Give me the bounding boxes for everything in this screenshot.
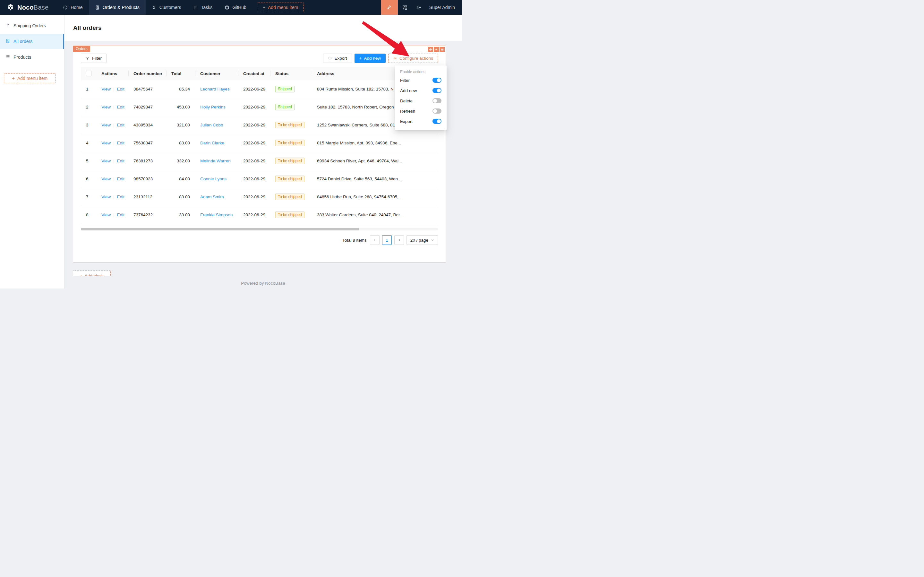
row-actions-cell: View|Edit xyxy=(96,134,128,152)
prev-page-button[interactable] xyxy=(370,235,380,245)
block-designer-toolbar: + xyxy=(428,47,445,52)
total-cell: 83.00 xyxy=(166,134,195,152)
link-divider: | xyxy=(113,213,114,217)
nav-item-home[interactable]: Home xyxy=(57,0,89,15)
toggle-delete[interactable] xyxy=(433,98,441,103)
filter-button[interactable]: Filter xyxy=(81,53,106,63)
status-badge: To be shipped xyxy=(275,211,304,218)
table-header-row: ActionsOrder numberTotalCustomerCreated … xyxy=(81,67,439,80)
export-button[interactable]: Export xyxy=(323,53,352,63)
edit-link[interactable]: Edit xyxy=(117,122,124,127)
customer-link[interactable]: Holly Perkins xyxy=(200,105,225,110)
total-cell: 85.34 xyxy=(166,80,195,98)
address-cell: 84856 Hirthe Run, Suite 268, 94754-6705,… xyxy=(312,188,439,206)
sidebar-menu: Shipping OrdersAll ordersProducts xyxy=(0,19,64,64)
edit-link[interactable]: Edit xyxy=(117,195,124,199)
configure-actions-button[interactable]: Configure actions xyxy=(388,53,438,63)
brand-part1: Noco xyxy=(17,4,34,11)
plugin-blocks-button[interactable] xyxy=(398,0,412,15)
toggle-filter[interactable] xyxy=(433,78,441,83)
enable-action-row-refresh: Refresh xyxy=(400,106,441,116)
sidebar-item-all-orders[interactable]: All orders xyxy=(0,34,64,49)
toggle-add-new[interactable] xyxy=(433,88,441,93)
add-block-button[interactable]: + Add block xyxy=(73,271,111,276)
add-block-clipped: + Add block xyxy=(73,271,111,276)
table-row: 6View|Edit9857092384.00Connie Lyons2022-… xyxy=(81,170,439,188)
customer-link[interactable]: Leonard Hayes xyxy=(200,87,230,92)
edit-link[interactable]: Edit xyxy=(117,177,124,181)
block-collection-tag: Orders xyxy=(73,46,90,52)
plus-icon: + xyxy=(263,5,265,10)
nav-item-customers[interactable]: Customers xyxy=(146,0,187,15)
row-actions-cell: View|Edit xyxy=(96,116,128,134)
drag-icon[interactable] xyxy=(428,47,433,52)
add-new-button[interactable]: + Add new xyxy=(354,53,386,63)
link-divider: | xyxy=(113,158,114,163)
next-page-button[interactable] xyxy=(394,235,404,245)
sidebar-item-shipping-orders[interactable]: Shipping Orders xyxy=(0,19,64,32)
row-actions-cell: View|Edit xyxy=(96,152,128,170)
status-badge: Shipped xyxy=(275,86,295,92)
sidebar-add-menu-item-button[interactable]: + Add menu item xyxy=(4,73,56,83)
settings-button[interactable] xyxy=(412,0,426,15)
customer-link[interactable]: Frankie Simpson xyxy=(200,213,233,217)
status-badge: To be shipped xyxy=(275,140,304,146)
nav-item-github[interactable]: GitHub xyxy=(219,0,253,15)
edit-link[interactable]: Edit xyxy=(117,158,124,163)
status-cell: To be shipped xyxy=(270,170,312,188)
sidebar-item-label: All orders xyxy=(13,39,32,44)
menu-icon[interactable] xyxy=(439,47,445,52)
row-index-cell: 8 xyxy=(81,206,96,224)
enable-action-row-delete: Delete xyxy=(400,96,441,106)
view-link[interactable]: View xyxy=(101,158,111,163)
user-menu[interactable]: Super Admin xyxy=(426,5,462,10)
enable-action-label: Filter xyxy=(400,78,410,83)
gear-icon xyxy=(416,5,422,10)
nocobase-logo[interactable]: NocoBase xyxy=(0,3,57,11)
page-number-button[interactable]: 1 xyxy=(382,235,392,245)
column-header-status: Status xyxy=(270,67,312,80)
row-actions-cell: View|Edit xyxy=(96,188,128,206)
ui-editor-button[interactable] xyxy=(381,0,398,15)
toggle-refresh[interactable] xyxy=(433,108,441,114)
row-index-cell: 3 xyxy=(81,116,96,134)
edit-link[interactable]: Edit xyxy=(117,213,124,217)
row-actions-cell: View|Edit xyxy=(96,80,128,98)
plus-icon[interactable]: + xyxy=(434,47,439,52)
scrollbar-thumb[interactable] xyxy=(81,228,359,230)
edit-link[interactable]: Edit xyxy=(117,140,124,145)
select-all-checkbox[interactable] xyxy=(86,71,92,76)
nav-add-menu-item-button[interactable]: + Add menu item xyxy=(257,3,304,12)
view-link[interactable]: View xyxy=(101,122,111,127)
customer-link[interactable]: Julian Cobb xyxy=(200,122,223,127)
link-divider: | xyxy=(113,140,114,145)
view-link[interactable]: View xyxy=(101,87,111,92)
customer-link[interactable]: Adam Smith xyxy=(200,195,224,199)
view-link[interactable]: View xyxy=(101,105,111,110)
view-link[interactable]: View xyxy=(101,213,111,217)
customer-link[interactable]: Connie Lyons xyxy=(200,177,227,181)
created-at-cell: 2022-06-29 xyxy=(238,188,270,206)
file-check-icon xyxy=(5,39,10,44)
view-link[interactable]: View xyxy=(101,195,111,199)
view-link[interactable]: View xyxy=(101,140,111,145)
edit-link[interactable]: Edit xyxy=(117,87,124,92)
nav-item-orders-products[interactable]: Orders & Products xyxy=(89,0,146,15)
horizontal-scrollbar[interactable] xyxy=(81,228,438,230)
page-size-select[interactable]: 20 / page xyxy=(407,235,438,245)
view-link[interactable]: View xyxy=(101,177,111,181)
created-at-cell: 2022-06-29 xyxy=(238,116,270,134)
sidebar-item-products[interactable]: Products xyxy=(0,51,64,64)
order-number-cell: 73764232 xyxy=(128,206,166,224)
toggle-export[interactable] xyxy=(433,119,441,124)
customer-link[interactable]: Darin Clarke xyxy=(200,140,224,145)
edit-link[interactable]: Edit xyxy=(117,105,124,110)
link-divider: | xyxy=(113,122,114,127)
customer-link[interactable]: Melinda Warren xyxy=(200,158,231,163)
nav-item-tasks[interactable]: Tasks xyxy=(187,0,219,15)
top-navbar: NocoBase HomeOrders & ProductsCustomersT… xyxy=(0,0,462,15)
column-header-actions: Actions xyxy=(96,67,128,80)
customer-cell: Darin Clarke xyxy=(195,134,238,152)
customer-cell: Melinda Warren xyxy=(195,152,238,170)
blocks-grid-icon xyxy=(402,5,407,10)
